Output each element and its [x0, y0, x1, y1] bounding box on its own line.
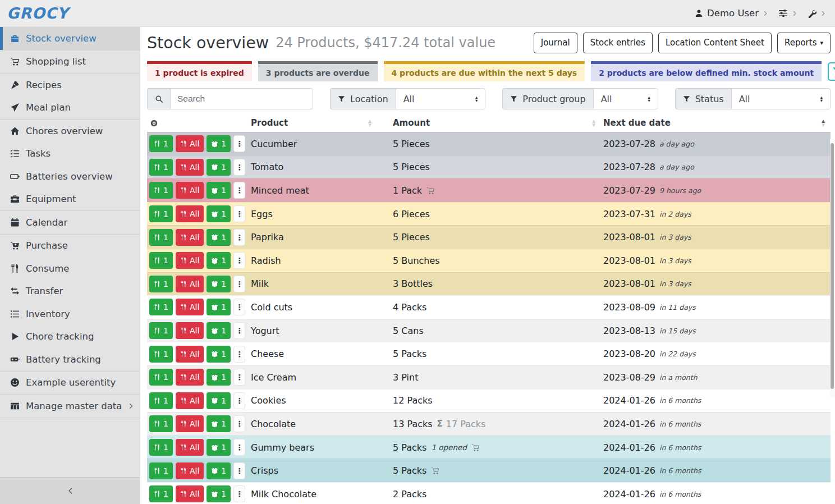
sidebar-item-equipment[interactable]: Equipment	[0, 188, 140, 211]
journal-button[interactable]: Journal	[534, 33, 577, 53]
sidebar-item-batteries-overview[interactable]: Batteries overview	[0, 165, 140, 188]
consume-one-button[interactable]: 1	[149, 159, 173, 176]
open-one-button[interactable]: 1	[207, 135, 231, 152]
open-one-button[interactable]: 1	[207, 229, 231, 246]
open-one-button[interactable]: 1	[207, 252, 231, 269]
consume-all-button[interactable]: All	[176, 299, 204, 315]
sidebar-item-chore-tracking[interactable]: Chore tracking	[0, 326, 140, 349]
row-menu-button[interactable]: ⋮	[233, 415, 245, 432]
consume-one-button[interactable]: 1	[149, 392, 173, 409]
status-select[interactable]: All▴▾	[731, 88, 831, 109]
consume-one-button[interactable]: 1	[149, 485, 173, 502]
consume-all-button[interactable]: All	[176, 415, 204, 432]
consume-one-button[interactable]: 1	[149, 415, 173, 432]
status-banner-due-soon[interactable]: 4 products are due within the next 5 day…	[384, 61, 585, 81]
row-menu-button[interactable]: ⋮	[233, 205, 245, 222]
open-one-button[interactable]: 1	[207, 415, 231, 432]
row-menu-button[interactable]: ⋮	[233, 439, 245, 456]
consume-all-button[interactable]: All	[176, 276, 204, 292]
row-menu-button[interactable]: ⋮	[233, 322, 245, 339]
consume-one-button[interactable]: 1	[149, 182, 173, 199]
reports-button[interactable]: Reports▾	[777, 33, 831, 53]
open-one-button[interactable]: 1	[207, 346, 231, 363]
sidebar-item-purchase[interactable]: Purchase	[0, 235, 140, 258]
consume-one-button[interactable]: 1	[149, 439, 173, 456]
sidebar-item-battery-tracking[interactable]: Battery tracking	[0, 348, 140, 371]
scrollbar-thumb[interactable]	[831, 143, 834, 389]
row-menu-button[interactable]: ⋮	[233, 135, 245, 152]
consume-one-button[interactable]: 1	[149, 276, 173, 292]
consume-one-button[interactable]: 1	[149, 205, 173, 222]
sidebar-item-shopping-list[interactable]: Shopping list	[0, 51, 140, 74]
search-input[interactable]	[170, 88, 313, 109]
row-menu-button[interactable]: ⋮	[233, 369, 245, 386]
open-one-button[interactable]: 1	[207, 205, 231, 222]
product-group-select[interactable]: All▴▾	[593, 88, 658, 109]
row-menu-button[interactable]: ⋮	[233, 276, 245, 292]
status-banner-below-min[interactable]: 2 products are below defined min. stock …	[591, 61, 822, 81]
consume-all-button[interactable]: All	[176, 462, 204, 479]
settings-menu[interactable]	[778, 8, 797, 18]
sidebar-item-chores-overview[interactable]: Chores overview	[0, 120, 140, 143]
consume-one-button[interactable]: 1	[149, 369, 173, 386]
consume-all-button[interactable]: All	[176, 485, 204, 502]
open-one-button[interactable]: 1	[207, 182, 231, 199]
consume-all-button[interactable]: All	[176, 252, 204, 269]
consume-all-button[interactable]: All	[176, 229, 204, 246]
consume-all-button[interactable]: All	[176, 392, 204, 409]
open-one-button[interactable]: 1	[207, 299, 231, 315]
open-one-button[interactable]: 1	[207, 159, 231, 176]
row-menu-button[interactable]: ⋮	[233, 346, 245, 363]
sidebar-item-transfer[interactable]: Transfer	[0, 280, 140, 303]
column-header-amount[interactable]: Amount ▲▼	[393, 118, 603, 128]
sidebar-item-tasks[interactable]: Tasks	[0, 143, 140, 166]
consume-one-button[interactable]: 1	[149, 462, 173, 479]
consume-one-button[interactable]: 1	[149, 252, 173, 269]
row-menu-button[interactable]: ⋮	[233, 159, 245, 176]
consume-all-button[interactable]: All	[176, 439, 204, 456]
consume-all-button[interactable]: All	[176, 159, 204, 176]
column-header-next-due-date[interactable]: Next due date ▲▼	[603, 118, 831, 128]
consume-one-button[interactable]: 1	[149, 322, 173, 339]
open-one-button[interactable]: 1	[207, 485, 231, 502]
consume-all-button[interactable]: All	[176, 135, 204, 152]
clear-filters-button[interactable]	[828, 62, 835, 81]
open-one-button[interactable]: 1	[207, 369, 231, 386]
sidebar-item-example-userentity[interactable]: Example userentity	[0, 372, 140, 395]
row-menu-button[interactable]: ⋮	[233, 299, 245, 315]
consume-all-button[interactable]: All	[176, 205, 204, 222]
open-one-button[interactable]: 1	[207, 392, 231, 409]
consume-one-button[interactable]: 1	[149, 299, 173, 315]
sidebar-item-recipes[interactable]: Recipes	[0, 74, 140, 97]
status-banner-expired[interactable]: 1 product is expired	[147, 61, 252, 81]
consume-one-button[interactable]: 1	[149, 135, 173, 152]
user-menu[interactable]: Demo User	[695, 8, 768, 19]
consume-all-button[interactable]: All	[176, 346, 204, 363]
sidebar-item-manage-master-data[interactable]: Manage master data	[0, 395, 140, 418]
consume-all-button[interactable]: All	[176, 182, 204, 199]
location-content-sheet-button[interactable]: Location Content Sheet	[658, 33, 772, 53]
consume-one-button[interactable]: 1	[149, 229, 173, 246]
open-one-button[interactable]: 1	[207, 322, 231, 339]
sidebar-item-consume[interactable]: Consume	[0, 257, 140, 280]
open-one-button[interactable]: 1	[207, 276, 231, 292]
consume-all-button[interactable]: All	[176, 322, 204, 339]
stock-entries-button[interactable]: Stock entries	[583, 33, 653, 53]
sidebar-item-meal-plan[interactable]: Meal plan	[0, 97, 140, 120]
open-one-button[interactable]: 1	[207, 462, 231, 479]
row-menu-button[interactable]: ⋮	[233, 182, 245, 199]
status-banner-overdue[interactable]: 3 products are overdue	[258, 61, 378, 81]
sidebar-item-inventory[interactable]: Inventory	[0, 303, 140, 326]
sidebar-item-stock-overview[interactable]: Stock overview	[0, 27, 140, 50]
sidebar-collapse-button[interactable]	[0, 477, 140, 504]
consume-all-button[interactable]: All	[176, 369, 204, 386]
column-header-product[interactable]: Product ▲▼	[251, 118, 393, 128]
consume-one-button[interactable]: 1	[149, 346, 173, 363]
open-one-button[interactable]: 1	[207, 439, 231, 456]
location-select[interactable]: All▴▾	[396, 88, 486, 109]
row-menu-button[interactable]: ⋮	[233, 462, 245, 479]
admin-menu[interactable]	[808, 9, 826, 18]
row-menu-button[interactable]: ⋮	[233, 485, 245, 502]
row-menu-button[interactable]: ⋮	[233, 252, 245, 269]
sidebar-item-calendar[interactable]: Calendar	[0, 211, 140, 234]
